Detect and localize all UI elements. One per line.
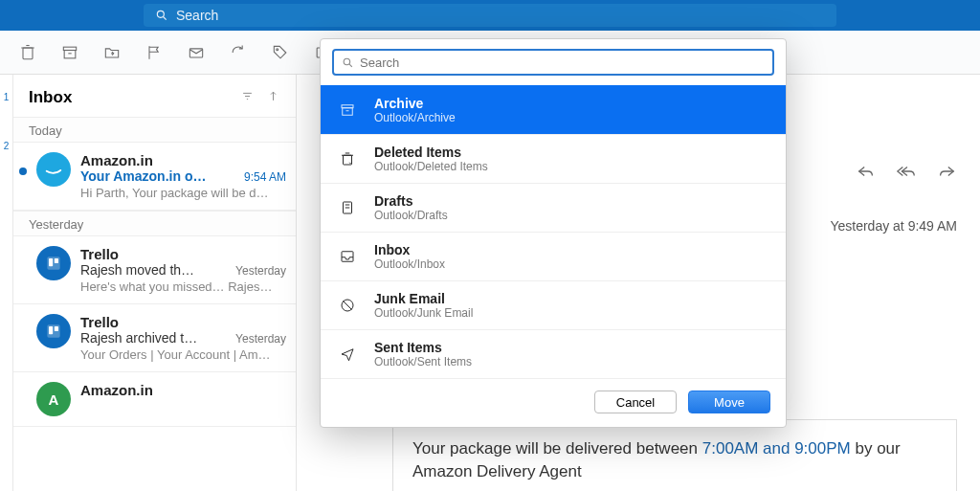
svg-rect-24	[343, 108, 353, 116]
svg-line-1	[164, 17, 167, 20]
reading-timestamp: Yesterday at 9:49 AM	[830, 218, 957, 234]
folder-path: Outlook/Drafts	[374, 209, 448, 222]
message-list-header: Inbox	[13, 75, 296, 117]
sort-icon[interactable]	[266, 89, 280, 107]
svg-rect-17	[55, 258, 58, 263]
avatar	[36, 152, 71, 187]
delete-icon[interactable]	[17, 42, 38, 63]
section-label: Today	[13, 117, 296, 143]
global-search[interactable]: Search	[144, 4, 836, 27]
svg-rect-33	[342, 252, 353, 262]
folder-name: Inbox	[374, 242, 445, 257]
preview: Your Orders | Your Account | Am…	[80, 347, 286, 362]
inbox-icon	[338, 247, 357, 266]
avatar	[36, 314, 71, 348]
message-item[interactable]: AAmazon.in	[13, 372, 296, 427]
svg-line-35	[344, 301, 352, 310]
folder-name: Drafts	[374, 193, 448, 209]
folder-path: Outlook/Archive	[374, 111, 456, 124]
sender: Amazon.in	[80, 382, 286, 398]
sync-icon[interactable]	[228, 42, 249, 63]
archive-icon	[338, 100, 357, 120]
trash-icon	[338, 149, 357, 168]
folder-path: Outlook/Inbox	[374, 257, 445, 271]
sent-icon	[338, 345, 357, 364]
message-item[interactable]: TrelloRajesh moved th…YesterdayHere's wh…	[13, 236, 296, 304]
folder-item-inbox[interactable]: InboxOutlook/Inbox	[321, 232, 786, 280]
folder-path: Outlook/Sent Items	[374, 355, 472, 368]
folder-path: Outlook/Junk Email	[374, 306, 473, 320]
svg-point-0	[157, 11, 164, 17]
message-item[interactable]: TrelloRajesh archived t…YesterdayYour Or…	[13, 304, 296, 372]
cancel-button[interactable]: Cancel	[594, 391, 677, 413]
folder-name: Sent Items	[374, 340, 472, 355]
message-list-pane: Inbox TodayAmazon.inYour Amazon.in o…9:5…	[13, 75, 297, 491]
folder-title: Inbox	[29, 88, 240, 107]
filter-icon[interactable]	[240, 89, 255, 107]
time: Yesterday	[235, 332, 286, 346]
message-item[interactable]: Amazon.inYour Amazon.in o…9:54 AMHi Part…	[13, 143, 296, 211]
preview: Here's what you missed… Rajes…	[80, 279, 286, 294]
sender: Trello	[80, 314, 286, 330]
move-icon[interactable]	[101, 42, 122, 63]
title-bar: Search	[0, 0, 980, 31]
svg-rect-6	[64, 50, 76, 57]
svg-point-10	[277, 48, 278, 50]
drafts-icon	[338, 198, 357, 217]
reading-body: Your package will be delivered between 7…	[392, 419, 957, 491]
folder-item-sent[interactable]: Sent ItemsOutlook/Sent Items	[321, 329, 786, 378]
dialog-search[interactable]	[332, 49, 774, 76]
archive-icon[interactable]	[59, 42, 80, 63]
folder-item-junk[interactable]: Junk EmailOutlook/Junk Email	[321, 280, 786, 329]
svg-rect-20	[55, 326, 58, 331]
folder-path: Outlook/Deleted Items	[374, 160, 488, 173]
flag-icon[interactable]	[144, 42, 165, 63]
svg-rect-2	[23, 48, 33, 59]
move-dialog: ArchiveOutlook/ArchiveDeleted ItemsOutlo…	[320, 38, 787, 428]
dialog-search-input[interactable]	[360, 56, 765, 70]
folder-item-drafts[interactable]: DraftsOutlook/Drafts	[321, 183, 786, 232]
folder-item-trash[interactable]: Deleted ItemsOutlook/Deleted Items	[321, 134, 786, 183]
folder-name: Deleted Items	[374, 145, 488, 160]
subject: Rajesh archived t…	[80, 330, 230, 346]
search-icon	[155, 9, 168, 22]
unread-dot	[19, 167, 27, 175]
reply-icon[interactable]	[856, 161, 877, 186]
time: 9:54 AM	[244, 170, 286, 184]
section-label: Yesterday	[13, 211, 296, 236]
avatar: A	[36, 382, 71, 416]
svg-rect-16	[49, 258, 53, 266]
move-button[interactable]: Move	[688, 391, 770, 413]
reading-actions	[856, 161, 957, 186]
sidebar-rail[interactable]: 12	[0, 75, 13, 491]
svg-line-22	[349, 64, 352, 67]
sender: Amazon.in	[80, 152, 286, 168]
subject: Your Amazon.in o…	[80, 168, 238, 184]
folder-name: Archive	[374, 96, 456, 111]
global-search-placeholder: Search	[176, 8, 218, 23]
folder-name: Junk Email	[374, 291, 473, 306]
sender: Trello	[80, 246, 286, 262]
svg-rect-19	[49, 326, 53, 334]
junk-icon	[338, 296, 357, 315]
mark-read-icon[interactable]	[186, 42, 207, 63]
reply-all-icon[interactable]	[896, 161, 917, 186]
svg-line-29	[349, 163, 351, 165]
subject: Rajesh moved th…	[80, 262, 230, 278]
avatar	[36, 246, 71, 280]
forward-icon[interactable]	[936, 161, 957, 186]
time: Yesterday	[235, 264, 286, 278]
tag-icon[interactable]	[270, 42, 291, 63]
folder-item-archive[interactable]: ArchiveOutlook/Archive	[321, 85, 786, 134]
search-icon	[342, 56, 354, 69]
folder-list: ArchiveOutlook/ArchiveDeleted ItemsOutlo…	[321, 85, 786, 378]
preview: Hi Parth, Your package will be d…	[80, 186, 286, 200]
svg-point-21	[344, 58, 350, 64]
